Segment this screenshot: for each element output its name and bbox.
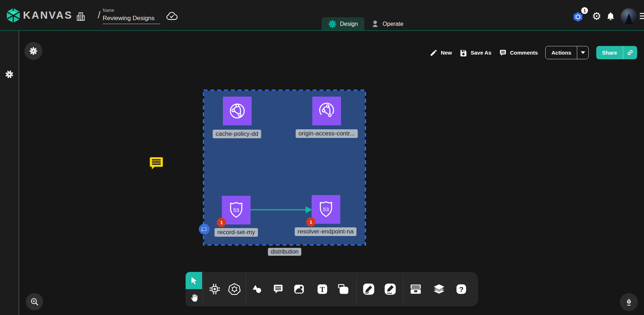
drawer-archive-icon (409, 283, 422, 296)
tool-image[interactable] (292, 282, 306, 296)
hand-icon (189, 293, 199, 303)
new-label: New (441, 50, 452, 56)
copy-link-button[interactable] (623, 46, 637, 59)
app-title: KANVAS (23, 9, 73, 21)
actions-button[interactable]: Actions (546, 46, 577, 59)
tool-select[interactable] (186, 272, 202, 289)
user-avatar[interactable] (621, 8, 637, 25)
node-origin-access-control[interactable] (312, 97, 341, 125)
error-badge-record-set[interactable]: 1 (217, 218, 226, 227)
tool-pan[interactable] (186, 289, 202, 306)
floppy-disk-icon (459, 49, 467, 57)
design-flower-icon (328, 20, 337, 28)
settings-gear-icon[interactable]: ⚙ (591, 10, 602, 22)
tool-text[interactable]: T (315, 282, 330, 296)
comments-label: Comments (510, 50, 538, 56)
comment-bubble-icon (272, 283, 284, 295)
tab-design-label: Design (340, 21, 358, 27)
node-label-resolver-endpoint[interactable]: resolver-endpoint-na (295, 227, 356, 236)
actions-dropdown-toggle[interactable] (577, 46, 588, 59)
layers-icon (433, 283, 445, 296)
tool-shapes[interactable] (249, 282, 264, 296)
design-name-input[interactable] (103, 14, 160, 24)
organization-icon[interactable] (75, 11, 86, 22)
link-icon (626, 49, 634, 56)
svg-text:T: T (320, 286, 325, 293)
node-cache-policy[interactable] (223, 97, 252, 125)
tool-components[interactable] (207, 282, 222, 296)
flower-asterisk-icon (29, 46, 38, 56)
route53-shield-icon: 53 (317, 200, 335, 219)
frame-icon (337, 283, 350, 295)
node-resolver-endpoint[interactable]: 53 (312, 195, 340, 224)
dock-divider (246, 274, 246, 304)
left-sidebar (0, 31, 19, 315)
kubernetes-context-badge: 1 (581, 7, 588, 14)
svg-text:53: 53 (233, 207, 239, 213)
tool-help[interactable]: ? (454, 282, 468, 296)
share-button[interactable]: Share (596, 46, 623, 59)
text-icon: T (316, 283, 328, 295)
error-badge-resolver-endpoint[interactable]: 1 (306, 217, 316, 227)
kanvas-logo-icon[interactable] (5, 7, 22, 24)
kubernetes-context-icon[interactable] (573, 11, 583, 22)
save-as-label: Save As (471, 50, 491, 56)
tool-kubernetes[interactable] (227, 282, 242, 296)
breadcrumb-separator: / (98, 9, 101, 21)
whiteboard-pen-button[interactable] (620, 293, 638, 311)
image-icon (293, 283, 305, 295)
svg-text:53: 53 (323, 207, 329, 212)
toolbox-button[interactable] (24, 42, 42, 60)
new-button[interactable]: New (430, 49, 452, 57)
tab-operate[interactable]: Operate (364, 17, 410, 31)
operator-icon (371, 20, 379, 28)
circuit-chip-icon (208, 283, 221, 296)
group-select-handle[interactable] (199, 224, 210, 235)
cloudfront-globe-icon (317, 101, 336, 121)
svg-text:?: ? (459, 285, 464, 293)
save-as-button[interactable]: Save As (459, 49, 491, 57)
node-label-cache-policy[interactable]: cache-policy-dd (213, 130, 261, 138)
cloudfront-globe-icon (228, 101, 247, 121)
actions-split-button[interactable]: Actions (545, 46, 589, 59)
canvas-comment-marker-icon[interactable] (148, 154, 164, 171)
node-label-record-set[interactable]: record-set-my (215, 228, 258, 237)
tab-operate-label: Operate (383, 21, 403, 27)
header-accent-line (0, 30, 644, 31)
pen-path-icon (362, 283, 375, 296)
tool-freehand-pencil[interactable] (383, 282, 397, 296)
hamburger-menu-icon[interactable] (640, 13, 644, 20)
tool-drawer[interactable] (409, 282, 423, 296)
caret-down-icon (581, 51, 585, 54)
app-header: KANVAS / Name (0, 0, 644, 31)
kanvas-app: KANVAS / Name (0, 0, 644, 315)
comment-bubble-icon (499, 49, 507, 57)
tool-edge-pen[interactable] (361, 282, 376, 296)
marquee-select-icon (200, 225, 208, 233)
design-name-field: Name (103, 8, 161, 24)
tool-comment[interactable] (271, 282, 285, 296)
dock-divider (403, 274, 403, 304)
magnifier-plus-icon (30, 297, 39, 306)
node-label-origin-access[interactable]: origin-access-contr... (296, 129, 358, 138)
cloud-saved-icon (165, 10, 179, 22)
avatar-figure (625, 13, 633, 24)
comments-button[interactable]: Comments (499, 49, 538, 57)
tool-frame[interactable] (336, 282, 351, 296)
pen-nib-icon (624, 297, 634, 307)
group-label-distribution[interactable]: distribution (268, 248, 301, 256)
bottom-toolbar: T (186, 272, 478, 306)
zoom-in-button[interactable] (26, 293, 43, 310)
meshery-spiral-icon[interactable] (5, 70, 14, 79)
pencil-scribble-icon (384, 283, 397, 296)
share-split-button[interactable]: Share (596, 46, 637, 59)
tool-layers[interactable] (432, 282, 446, 296)
node-record-set[interactable]: 53 (222, 196, 251, 224)
dock-divider (203, 274, 203, 304)
tab-design[interactable]: Design (322, 17, 364, 31)
mode-tabs: Design Operate (322, 17, 410, 31)
kubernetes-wheel-icon (228, 283, 241, 296)
edge-record-set-to-resolver[interactable] (250, 204, 313, 215)
pencil-icon (430, 49, 438, 57)
notifications-bell-icon[interactable] (605, 11, 616, 22)
